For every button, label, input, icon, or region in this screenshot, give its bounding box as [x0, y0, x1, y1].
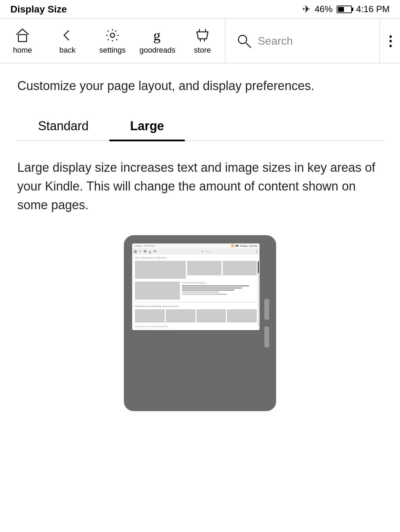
- tab-standard[interactable]: Standard: [17, 112, 109, 140]
- battery-percent: 46%: [315, 4, 333, 15]
- svg-text:g: g: [153, 27, 161, 43]
- screen-bottom-text: ∿∿∿∿∿ ∿∿ ∿∿∿∿ ∿∿∿∿: [135, 325, 257, 328]
- back-button[interactable]: back: [45, 19, 90, 63]
- more-dots-icon: ⋮: [383, 33, 397, 49]
- status-bar: Display Size ✈ 46% 4:16 PM: [0, 0, 400, 18]
- settings-label: settings: [99, 46, 126, 55]
- mini-goodreads-icon: g: [148, 250, 152, 253]
- store-button[interactable]: store: [180, 19, 225, 63]
- svg-line-4: [246, 43, 251, 48]
- goodreads-icon: g: [149, 27, 166, 44]
- home-button[interactable]: home: [0, 19, 45, 63]
- store-icon: [194, 27, 211, 44]
- mini-nav-icons: g: [134, 250, 156, 253]
- mini-search: Search: [201, 250, 210, 253]
- status-right: ✈ 46% 4:16 PM: [302, 3, 390, 15]
- screen-section-2-left: [135, 282, 180, 300]
- back-icon: [59, 27, 76, 44]
- search-icon: [236, 33, 252, 49]
- screen-book-5: [135, 309, 165, 322]
- screen-books-row-2: [135, 309, 257, 322]
- scroll-track: [258, 261, 259, 322]
- scroll-chevron-down: ∨: [257, 323, 259, 326]
- kindle-device: Settings · VPN Status 📶 ■■ Settings · lo…: [124, 235, 276, 411]
- mini-wifi-icon: 📶: [231, 245, 234, 247]
- screen-body: ∿∿ ∿∿∿∿∿∿ ∿∿∿∿ ›: [132, 254, 260, 330]
- svg-point-8: [201, 250, 203, 252]
- svg-point-3: [238, 35, 247, 44]
- goodreads-label: goodreads: [139, 46, 175, 55]
- back-label: back: [60, 46, 75, 55]
- screen-divider: [135, 302, 257, 302]
- mini-time: Settings · log time: [240, 245, 257, 247]
- screen-text-line-1: [182, 285, 249, 286]
- svg-rect-5: [135, 251, 136, 253]
- kindle-screen: Settings · VPN Status 📶 ■■ Settings · lo…: [132, 243, 260, 330]
- search-area[interactable]: Search: [225, 19, 379, 63]
- screen-book-2: [187, 261, 221, 275]
- battery-icon: [337, 6, 352, 13]
- mini-battery: ■■: [236, 245, 238, 247]
- mini-settings-icon: [144, 250, 147, 253]
- screen-section-1-title: ∿∿ ∿∿∿∿∿∿ ∿∿∿∿ ›: [135, 256, 257, 259]
- mini-more-icon: ⋮: [255, 250, 258, 253]
- tab-large[interactable]: Large: [109, 112, 185, 140]
- svg-point-1: [110, 33, 115, 37]
- nav-icons-group: home back settings g goodreads: [0, 19, 225, 63]
- search-placeholder: Search: [258, 35, 293, 47]
- mini-nav-bar: g Search: [132, 249, 260, 254]
- screen-section-2-right: ∿∿∿∿∿∿∿ ∿∿∿∿ ›: [182, 282, 257, 300]
- kindle-screen-wrapper: Settings · VPN Status 📶 ■■ Settings · lo…: [132, 243, 260, 403]
- screen-book-6: [166, 309, 196, 322]
- mini-home-icon: [134, 250, 137, 253]
- screen-text-line-2: [182, 287, 242, 289]
- mini-store-icon: [153, 250, 156, 253]
- screen-section-3-title: ∿∿∿∿∿∿∿∿∿∿∿ ∿∿∿ ∿∿∿ ›: [135, 305, 257, 308]
- screen-book-3: [223, 261, 257, 275]
- display-size-tabs: Standard Large: [17, 112, 383, 141]
- svg-line-9: [203, 252, 203, 252]
- scroll-thumb: [258, 261, 259, 273]
- mini-status-bar: Settings · VPN Status 📶 ■■ Settings · lo…: [132, 243, 260, 249]
- more-menu-button[interactable]: ⋮: [379, 19, 400, 63]
- screen-book-7: [197, 309, 226, 322]
- screen-scrollbar: ∨: [257, 261, 259, 326]
- large-description: Large display size increases text and im…: [17, 158, 383, 214]
- search-input-container[interactable]: Search: [236, 33, 369, 49]
- page-title: Display Size: [10, 4, 67, 15]
- page-subtitle: Customize your page layout, and display …: [17, 77, 383, 95]
- svg-rect-0: [18, 35, 27, 42]
- kindle-button-1: [264, 299, 269, 320]
- goodreads-button[interactable]: g goodreads: [135, 19, 180, 63]
- store-label: store: [194, 46, 211, 55]
- screen-book-4: [135, 282, 180, 300]
- screen-section-2: ∿∿∿∿∿∿∿ ∿∿∿∿ ›: [135, 282, 257, 300]
- home-label: home: [13, 46, 32, 55]
- kindle-button-2: [264, 327, 269, 347]
- screen-text-line-3: [182, 290, 234, 291]
- time-display: 4:16 PM: [356, 4, 390, 15]
- screen-text-line-4: [182, 292, 219, 293]
- airplane-icon: ✈: [302, 3, 310, 15]
- mini-back-icon: [139, 250, 142, 253]
- main-content: Customize your page layout, and display …: [0, 63, 400, 446]
- home-icon: [14, 27, 31, 44]
- nav-bar: home back settings g goodreads: [0, 18, 400, 63]
- screen-book-1: [135, 261, 186, 279]
- screen-book-8: [227, 309, 257, 322]
- screen-books-row-1: [135, 261, 257, 279]
- mini-status-left: Settings · VPN Status: [134, 245, 155, 247]
- device-illustration: Settings · VPN Status 📶 ■■ Settings · lo…: [17, 235, 383, 411]
- settings-button[interactable]: settings: [90, 19, 135, 63]
- svg-point-6: [145, 251, 146, 252]
- screen-text-line-5: [182, 294, 227, 295]
- screen-text-title: ∿∿∿∿∿∿∿ ∿∿∿∿ ›: [182, 282, 257, 284]
- svg-point-7: [144, 250, 146, 252]
- kindle-side-buttons: [263, 243, 271, 403]
- settings-icon: [104, 27, 121, 44]
